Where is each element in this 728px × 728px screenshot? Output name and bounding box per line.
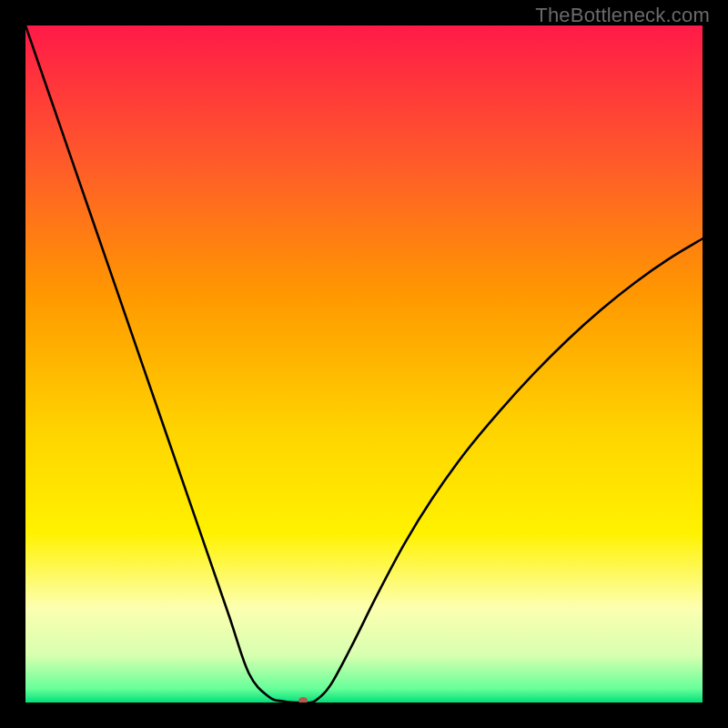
chart-frame (25, 25, 703, 703)
watermark-text: TheBottleneck.com (535, 4, 710, 27)
gradient-background (25, 25, 703, 703)
bottleneck-chart (25, 25, 703, 703)
